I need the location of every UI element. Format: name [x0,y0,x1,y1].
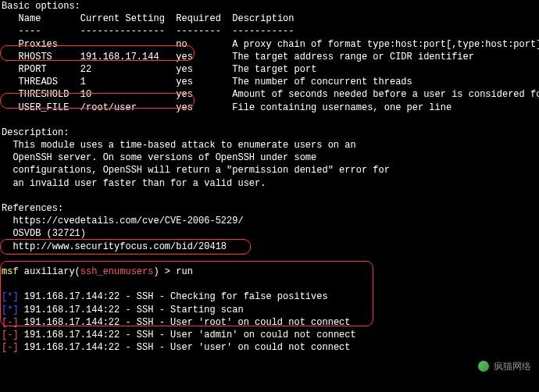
description-line: configurations, OpenSSH will return a "p… [2,164,537,176]
watermark-text: 疯猫网络 [494,360,531,372]
description-line: an invalid user faster than for a valid … [2,177,537,190]
wechat-icon [478,361,489,372]
references-line: http://www.securityfocus.com/bid/20418 [2,241,537,253]
output-line: [-] 191.168.17.144:22 - SSH - User 'root… [2,316,537,329]
references-title: References: [2,202,537,215]
references-line: https://cvedetails.com/cve/CVE-2006-5229… [2,215,537,227]
references-line: OSVDB (32721) [2,227,537,240]
table-row: THREADS 1 yes The number of concurrent t… [2,76,537,88]
watermark: 疯猫网络 [478,360,531,372]
table-row: RHOSTS 191.168.17.144 yes The target add… [2,51,537,63]
terminal[interactable]: Basic options: Name Current Setting Requ… [0,0,539,392]
msf-prompt[interactable]: msf auxiliary(ssh_enumusers) > run [2,265,537,278]
description-line: This module uses a time-based attack to … [2,139,537,151]
table-row: RPORT 22 yes The target port [2,63,537,76]
output-line: [*] 191.168.17.144:22 - SSH - Starting s… [2,304,537,316]
options-table-header: Name Current Setting Required Descriptio… [2,12,537,25]
output-line: [-] 191.168.17.144:22 - SSH - User 'admi… [2,329,537,341]
table-row: USER_FILE /root/user yes File containing… [2,102,537,114]
table-row: Proxies no A proxy chain of format type:… [2,38,537,51]
description-line: OpenSSH server. On some versions of Open… [2,151,537,164]
output-line: [*] 191.168.17.144:22 - SSH - Checking f… [2,290,537,303]
options-table-divider: ---- --------------- -------- ----------… [2,25,537,37]
options-header: Basic options: [2,0,537,12]
table-row: THRESHOLD 10 yes Amount of seconds neede… [2,88,537,101]
description-title: Description: [2,127,537,139]
output-line: [-] 191.168.17.144:22 - SSH - User 'user… [2,341,537,354]
